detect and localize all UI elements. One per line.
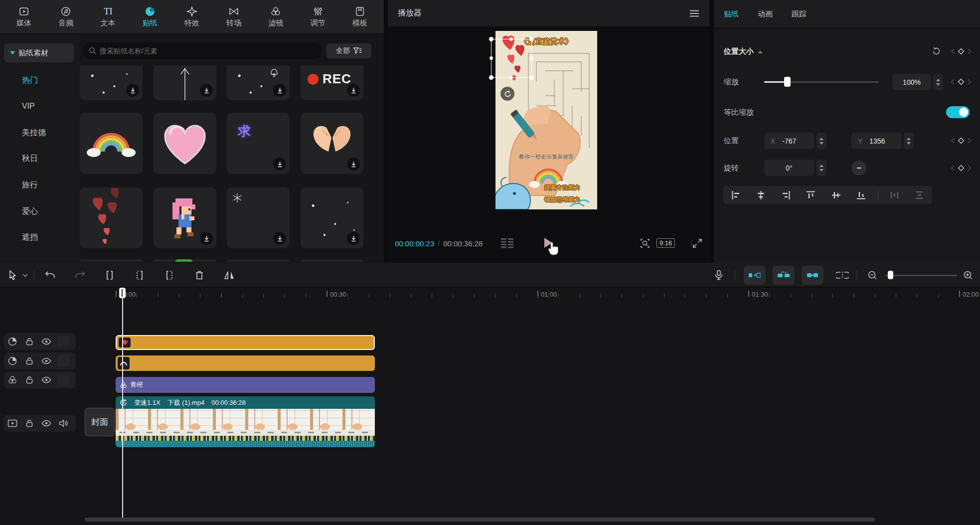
keyframe-diamond-icon[interactable]: [957, 78, 965, 86]
sidebar-item-love[interactable]: 爱心: [22, 206, 38, 217]
sticker-clip-1[interactable]: [116, 335, 375, 350]
download-icon[interactable]: [347, 158, 360, 171]
keyframe-control[interactable]: [951, 47, 971, 55]
align-right-button[interactable]: [774, 190, 799, 200]
distribute-horizontal-button[interactable]: [882, 190, 907, 200]
toolbar-item-templates[interactable]: 模板: [352, 6, 367, 28]
rotate-handle[interactable]: [500, 87, 514, 101]
scale-stepper[interactable]: [933, 74, 943, 90]
toolbar-item-sticker[interactable]: 贴纸: [143, 6, 158, 28]
tab-animation[interactable]: 动画: [758, 9, 773, 19]
selection-handle[interactable]: [489, 37, 493, 41]
keyframe-diamond-icon[interactable]: [957, 47, 965, 55]
sticker-selection-box[interactable]: [491, 39, 532, 78]
download-icon[interactable]: [273, 158, 286, 171]
align-center-horizontal-button[interactable]: [748, 190, 773, 200]
prev-keyframe-icon[interactable]: [951, 48, 955, 54]
split-clip-button[interactable]: [101, 266, 119, 284]
selection-handle[interactable]: [530, 56, 533, 60]
video-clip[interactable]: 变速1.1X 下载 (1).mp4 00:00:36:28: [116, 396, 375, 447]
keyframe-diamond-icon[interactable]: [957, 164, 965, 172]
playhead-handle[interactable]: [119, 288, 126, 298]
scale-slider-handle[interactable]: [784, 77, 791, 87]
distribute-vertical-button[interactable]: [907, 190, 932, 200]
rotation-stepper[interactable]: [817, 160, 826, 176]
position-x-stepper[interactable]: [817, 133, 826, 149]
keyframe-diamond-icon[interactable]: [957, 137, 965, 145]
sidebar-item-vip[interactable]: VIP: [22, 102, 35, 111]
mirror-flip-button[interactable]: [220, 266, 238, 284]
eye-icon[interactable]: [38, 338, 55, 346]
sticker-card-heart-hands[interactable]: [301, 113, 363, 174]
search-input[interactable]: [83, 42, 323, 59]
sidebar-item-maillard[interactable]: 美拉德: [22, 128, 46, 138]
download-icon[interactable]: [347, 84, 360, 97]
keyframe-control[interactable]: [951, 78, 971, 86]
eye-icon[interactable]: [38, 357, 55, 365]
speaker-icon[interactable]: [55, 419, 72, 428]
align-left-button[interactable]: [723, 190, 748, 200]
toolbar-item-transitions[interactable]: 转场: [226, 6, 241, 28]
filter-all-button[interactable]: 全部: [327, 43, 371, 58]
uniform-scale-toggle[interactable]: [946, 106, 970, 118]
prev-keyframe-icon[interactable]: [951, 138, 955, 144]
toolbar-item-adjust[interactable]: 调节: [311, 6, 326, 28]
trim-left-button[interactable]: [131, 266, 149, 284]
sticker-card-qiu-text[interactable]: 求: [227, 113, 290, 174]
toolbar-item-effects[interactable]: 特效: [184, 6, 199, 28]
sticker-clip-2[interactable]: [116, 355, 375, 371]
sidebar-item-autumn[interactable]: 秋日: [22, 154, 38, 164]
redo-button[interactable]: [71, 266, 89, 284]
trim-right-button[interactable]: [161, 266, 178, 284]
selection-handle[interactable]: [509, 76, 513, 79]
select-tool-dropdown-icon[interactable]: [20, 266, 30, 284]
magnetic-snap-toggle[interactable]: [744, 266, 766, 285]
rotation-dial[interactable]: [851, 161, 866, 175]
download-icon[interactable]: [347, 232, 360, 245]
zoom-in-icon[interactable]: [959, 266, 977, 284]
sticker-card-sparkle-dust[interactable]: [80, 65, 143, 100]
prev-keyframe-icon[interactable]: [951, 165, 955, 171]
undo-button[interactable]: [41, 266, 59, 284]
reset-icon[interactable]: [932, 46, 941, 56]
category-group-header[interactable]: 贴纸素材: [4, 43, 74, 62]
lock-icon[interactable]: [21, 419, 38, 428]
download-icon[interactable]: [273, 232, 286, 245]
download-icon[interactable]: [200, 84, 213, 97]
timeline-horizontal-scrollbar[interactable]: [85, 518, 875, 522]
align-top-button[interactable]: [799, 190, 823, 200]
position-y-field[interactable]: Y 1356: [851, 133, 901, 149]
keyframe-control[interactable]: [951, 164, 971, 172]
next-keyframe-icon[interactable]: [968, 79, 971, 85]
sticker-card-rainbow[interactable]: [80, 113, 143, 174]
sticker-card-tiny-sparkle[interactable]: [227, 187, 290, 248]
download-icon[interactable]: [200, 232, 213, 245]
download-icon[interactable]: [126, 84, 139, 97]
download-icon[interactable]: [273, 84, 286, 97]
select-tool-button[interactable]: [4, 266, 22, 284]
filter-clip[interactable]: 青橙: [116, 377, 375, 393]
tab-sticker[interactable]: 贴纸: [724, 9, 739, 19]
sticker-card-star-dust[interactable]: [301, 187, 363, 248]
preview-quality-icon[interactable]: [640, 238, 651, 249]
keyframe-control[interactable]: [951, 137, 971, 145]
tab-tracking[interactable]: 跟踪: [792, 9, 807, 19]
timeline-zoom-handle[interactable]: [888, 271, 893, 279]
sticker-card-rec[interactable]: REC: [301, 65, 363, 100]
section-position-size[interactable]: 位置大小: [724, 47, 763, 56]
position-x-field[interactable]: X -767: [764, 133, 814, 149]
align-bottom-button[interactable]: [848, 190, 873, 200]
selection-handle[interactable]: [529, 75, 534, 80]
selection-handle[interactable]: [509, 37, 513, 41]
toolbar-item-filters[interactable]: 滤镜: [268, 6, 283, 28]
align-middle-vertical-button[interactable]: [823, 190, 848, 200]
sidebar-item-hot[interactable]: 热门: [22, 75, 38, 86]
toolbar-item-audio[interactable]: 音频: [58, 6, 73, 28]
next-keyframe-icon[interactable]: [968, 48, 971, 54]
selection-handle[interactable]: [489, 75, 493, 80]
segment-list-icon[interactable]: [501, 238, 514, 248]
record-voiceover-button[interactable]: [710, 266, 728, 284]
toolbar-item-text[interactable]: TI 文本: [101, 6, 116, 28]
lock-icon[interactable]: [21, 356, 38, 365]
lock-icon[interactable]: [21, 375, 38, 384]
